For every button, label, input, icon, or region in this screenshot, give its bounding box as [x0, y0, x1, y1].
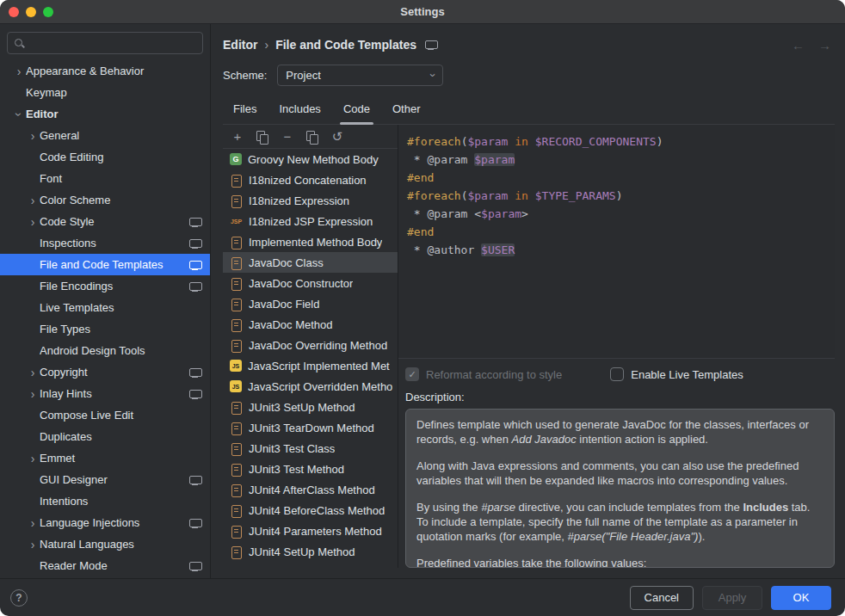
sidebar-item-gui-designer[interactable]: GUI Designer [0, 469, 210, 490]
reset-to-default-icon[interactable]: ↺ [328, 127, 347, 146]
template-item-javadoc-constructor[interactable]: JavaDoc Constructor [223, 273, 398, 293]
remove-template-icon[interactable]: − [278, 127, 297, 146]
sidebar-item-natural-languages[interactable]: ›Natural Languages [0, 533, 210, 555]
breadcrumb: Editor › File and Code Templates ← → [223, 34, 835, 55]
help-button[interactable]: ? [10, 589, 28, 607]
reformat-checkbox[interactable]: ✓ Reformat according to style [405, 367, 562, 381]
sidebar-item-inlay-hints[interactable]: ›Inlay Hints [0, 383, 210, 404]
sidebar-item-color-scheme[interactable]: ›Color Scheme [0, 189, 210, 211]
ok-button[interactable]: OK [771, 586, 831, 610]
back-button[interactable]: ← [792, 38, 805, 52]
chevron-right-icon[interactable]: › [26, 194, 40, 206]
tab-includes[interactable]: Includes [268, 96, 330, 124]
template-item-i18nized-concatenation[interactable]: I18nized Concatenation [223, 169, 398, 190]
sidebar-item-duplicates[interactable]: Duplicates [0, 426, 210, 447]
chevron-right-icon[interactable]: › [26, 130, 40, 142]
close-button[interactable] [9, 7, 19, 17]
breadcrumb-item-editor[interactable]: Editor [223, 38, 257, 52]
template-item-junit4-beforeclass-method[interactable]: JUnit4 BeforeClass Method [223, 500, 398, 521]
sidebar-item-code-style[interactable]: ›Code Style [0, 211, 210, 232]
sidebar-item-general[interactable]: ›General [0, 125, 210, 146]
template-item-junit3-test-method[interactable]: JUnit3 Test Method [223, 459, 398, 479]
tab-other[interactable]: Other [382, 96, 431, 124]
sidebar-item-inspections[interactable]: Inspections [0, 232, 210, 254]
template-item-label: JavaDoc Field [249, 298, 319, 311]
template-editor[interactable]: #foreach($param in $RECORD_COMPONENTS) *… [398, 125, 835, 359]
titlebar: Settings [0, 0, 845, 24]
template-item-i18nized-expression[interactable]: I18nized Expression [223, 190, 398, 211]
live-templates-label: Enable Live Templates [631, 368, 743, 381]
chevron-right-icon[interactable]: › [26, 388, 40, 400]
sidebar-item-appearance-behavior[interactable]: ›Appearance & Behavior [0, 60, 210, 82]
sidebar-item-copyright[interactable]: ›Copyright [0, 361, 210, 383]
sidebar-item-label: Copyright [40, 366, 184, 379]
chevron-right-icon[interactable]: › [26, 367, 40, 379]
chevron-right-icon[interactable]: › [26, 216, 40, 228]
chevron-right-icon[interactable]: › [26, 517, 40, 529]
sidebar-item-compose-live-edit[interactable]: Compose Live Edit [0, 404, 210, 426]
sidebar-item-editor[interactable]: ›Editor [0, 103, 210, 125]
template-item-label: JUnit4 SetUp Method [249, 545, 355, 558]
sidebar-item-font[interactable]: Font [0, 168, 210, 189]
chevron-right-icon[interactable]: › [26, 453, 40, 465]
template-icon [230, 442, 243, 455]
duplicate-template-icon[interactable] [303, 127, 322, 146]
chevron-right-icon[interactable]: › [12, 65, 26, 77]
template-item-label: JavaDoc Constructor [249, 277, 353, 290]
template-item-javadoc-method[interactable]: JavaDoc Method [223, 314, 398, 335]
scheme-select-value: Project [286, 69, 320, 82]
sidebar-item-file-types[interactable]: File Types [0, 318, 210, 340]
tab-code[interactable]: Code [333, 96, 380, 124]
sidebar-item-emmet[interactable]: ›Emmet [0, 447, 210, 469]
description-paragraph: Along with Java expressions and comments… [416, 459, 823, 488]
sidebar-item-live-templates[interactable]: Live Templates [0, 297, 210, 318]
template-item-javadoc-overriding-method[interactable]: JavaDoc Overriding Method [223, 335, 398, 355]
sidebar-item-file-and-code-templates[interactable]: File and Code Templates [0, 254, 210, 275]
template-item-junit4-afterclass-method[interactable]: JUnit4 AfterClass Method [223, 479, 398, 500]
copy-template-icon[interactable] [253, 127, 272, 146]
chevron-right-icon[interactable]: › [26, 539, 40, 551]
sidebar-item-intentions[interactable]: Intentions [0, 490, 210, 512]
sidebar-item-code-editing[interactable]: Code Editing [0, 146, 210, 168]
template-item-javadoc-class[interactable]: JavaDoc Class [223, 252, 398, 273]
template-item-i18nized-jsp-expression[interactable]: JSPI18nized JSP Expression [223, 211, 398, 231]
scheme-select[interactable]: Project › [277, 65, 443, 86]
forward-button[interactable]: → [818, 38, 831, 52]
template-item-label: JavaDoc Class [249, 256, 324, 269]
checkbox-checked-icon: ✓ [405, 367, 419, 381]
chevron-down-icon[interactable]: › [13, 108, 25, 121]
template-item-javascript-implemented-met[interactable]: JSJavaScript Implemented Met [223, 355, 398, 376]
template-item-implemented-method-body[interactable]: Implemented Method Body [223, 231, 398, 252]
template-item-junit3-teardown-method[interactable]: JUnit3 TearDown Method [223, 417, 398, 438]
sidebar-item-label: Language Injections [40, 516, 184, 529]
template-item-groovy-new-method-body[interactable]: GGroovy New Method Body [223, 149, 398, 169]
monitor-icon [425, 40, 437, 50]
sidebar-item-keymap[interactable]: Keymap [0, 82, 210, 103]
dialog-footer: ? Cancel Apply OK [0, 578, 845, 616]
template-item-junit4-setup-method[interactable]: JUnit4 SetUp Method [223, 541, 398, 562]
options-row: ✓ Reformat according to style Enable Liv… [405, 367, 835, 381]
settings-search-input[interactable] [30, 37, 196, 50]
minimize-button[interactable] [26, 7, 36, 17]
template-list-toolbar: +−↺ [223, 125, 398, 149]
cancel-button[interactable]: Cancel [630, 586, 694, 610]
tab-files[interactable]: Files [223, 96, 267, 124]
template-item-label: JavaScript Overridden Metho [248, 380, 392, 393]
sidebar-item-reader-mode[interactable]: Reader Mode [0, 555, 210, 576]
sidebar-item-file-encodings[interactable]: File Encodings [0, 275, 210, 297]
zoom-button[interactable] [43, 7, 53, 17]
add-template-icon[interactable]: + [228, 127, 247, 146]
template-icon [230, 298, 243, 311]
sidebar-item-language-injections[interactable]: ›Language Injections [0, 512, 210, 533]
template-item-javascript-overridden-metho[interactable]: JSJavaScript Overridden Metho [223, 376, 398, 397]
monitor-icon [189, 238, 201, 249]
description-panel[interactable]: Defines template which used to generate … [405, 409, 835, 568]
enable-live-templates-checkbox[interactable]: Enable Live Templates [610, 367, 743, 381]
sidebar-item-android-design-tools[interactable]: Android Design Tools [0, 340, 210, 361]
apply-button[interactable]: Apply [702, 586, 762, 610]
template-item-junit3-test-class[interactable]: JUnit3 Test Class [223, 438, 398, 459]
search-box[interactable] [7, 32, 203, 54]
template-item-junit3-setup-method[interactable]: JUnit3 SetUp Method [223, 397, 398, 417]
template-item-junit4-parameters-method[interactable]: JUnit4 Parameters Method [223, 521, 398, 541]
template-item-javadoc-field[interactable]: JavaDoc Field [223, 293, 398, 314]
